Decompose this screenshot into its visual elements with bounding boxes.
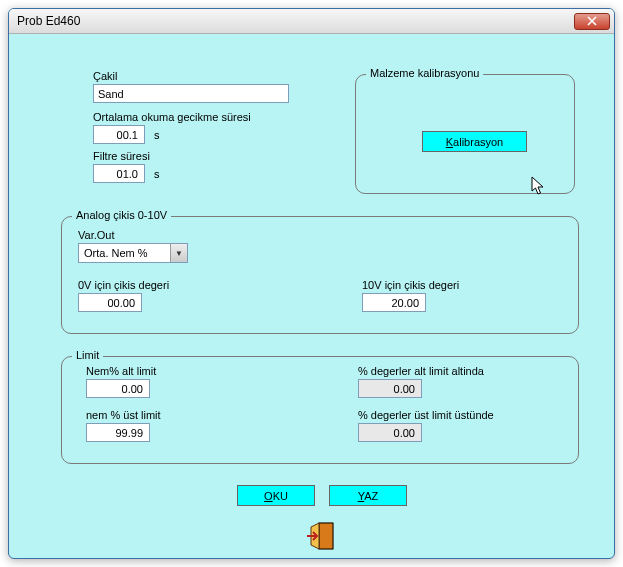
pct-alt-output [358,379,422,398]
delay-label: Ortalama okuma gecikme süresi [93,111,323,123]
filter-label: Filtre süresi [93,150,323,162]
topleft-group: Çakil Ortalama okuma gecikme süresi s Fi… [93,70,323,183]
calibration-legend: Malzeme kalibrasyonu [366,67,483,79]
cakil-label: Çakil [93,70,323,82]
zero-value-input[interactable] [78,293,142,312]
nem-ust-input[interactable] [86,423,150,442]
filter-input[interactable] [93,164,145,183]
pct-alt-label: % degerler alt limit altinda [358,365,484,377]
limit-group: Limit Nem% alt limit % degerler alt limi… [61,356,579,464]
calibration-group: Malzeme kalibrasyonu Kalibrasyon [355,74,575,194]
calibration-button[interactable]: Kalibrasyon [422,131,527,152]
close-icon [587,16,597,26]
window-title: Prob Ed460 [17,14,574,28]
pct-ust-label: % degerler üst limit üstünde [358,409,494,421]
pct-ust-output [358,423,422,442]
varout-label: Var.Out [78,229,562,241]
ten-label: 10V için çikis degeri [362,279,459,291]
delay-input[interactable] [93,125,145,144]
svg-rect-0 [319,523,333,549]
filter-unit: s [154,168,160,180]
client-area: Çakil Ortalama okuma gecikme süresi s Fi… [9,34,614,558]
varout-value: Orta. Nem % [79,247,148,259]
exit-button[interactable] [305,520,337,552]
nem-alt-label: Nem% alt limit [86,365,156,377]
cakil-input[interactable] [93,84,289,103]
titlebar: Prob Ed460 [9,9,614,34]
yaz-button[interactable]: YAZ [329,485,407,506]
varout-select[interactable]: Orta. Nem % ▼ [78,243,188,263]
nem-ust-label: nem % üst limit [86,409,161,421]
chevron-down-icon: ▼ [170,244,187,262]
ten-value-input[interactable] [362,293,426,312]
dialog-window: Prob Ed460 Çakil Ortalama okuma gecikme … [8,8,615,559]
calibration-button-rest: alibrasyon [453,136,503,148]
oku-button[interactable]: OKU [237,485,315,506]
nem-alt-input[interactable] [86,379,150,398]
analog-group: Analog çikis 0-10V Var.Out Orta. Nem % ▼… [61,216,579,334]
exit-door-icon [305,520,337,552]
close-button[interactable] [574,13,610,30]
delay-unit: s [154,129,160,141]
zero-label: 0V için çikis degeri [78,279,169,291]
